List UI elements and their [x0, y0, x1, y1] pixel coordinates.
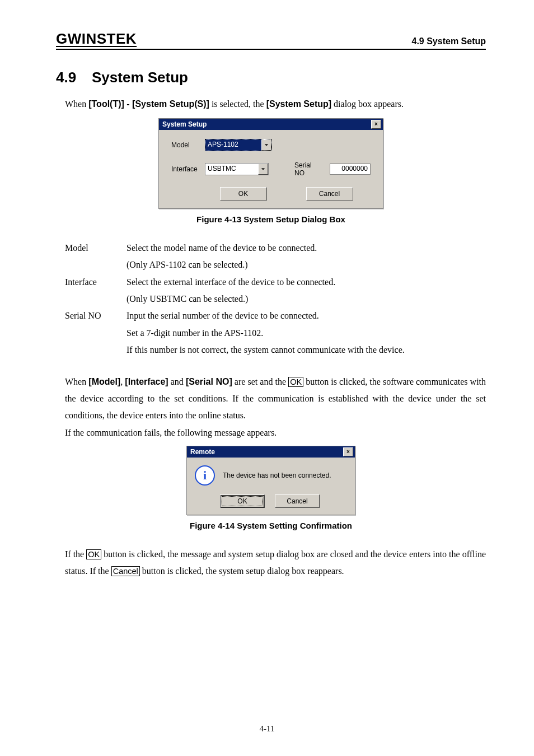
def-interface-label: Interface — [65, 274, 127, 291]
text: When — [65, 99, 88, 109]
system-setup-dialog: System Setup × Model APS-1102 Interface … — [158, 118, 383, 209]
dialog-title-text: Remote — [190, 448, 215, 456]
page-number: 4-11 — [0, 724, 534, 734]
def-serial-line1: Input the serial number of the device to… — [127, 307, 486, 324]
paragraph-result: If the OK button is clicked, the message… — [65, 546, 486, 580]
section-title: System Setup — [92, 69, 188, 86]
section-number: 4.9 — [56, 69, 92, 86]
field-ref-interface: [Interface] — [125, 377, 168, 386]
dialog-titlebar: System Setup × — [159, 119, 383, 130]
text: When — [65, 377, 88, 386]
figure-4-13-caption: Figure 4-13 System Setup Dialog Box — [56, 214, 486, 224]
intro-paragraph: When [Tool(T)] - [System Setup(S)] is se… — [65, 96, 486, 113]
info-icon: i — [195, 465, 215, 486]
text: If the — [65, 549, 86, 559]
dialog-name: [System Setup] — [266, 99, 331, 109]
text: and — [168, 377, 186, 386]
ok-button[interactable]: OK — [220, 494, 265, 508]
serial-no-input[interactable]: 0000000 — [330, 164, 371, 175]
text: dialog box appears. — [331, 99, 404, 109]
paragraph-failure: If the communication fails, the followin… — [65, 424, 486, 441]
serial-no-label: Serial NO — [294, 161, 322, 177]
cancel-button[interactable]: Cancel — [275, 494, 320, 508]
close-icon[interactable]: × — [371, 120, 381, 129]
cancel-button[interactable]: Cancel — [306, 187, 353, 200]
chevron-down-icon[interactable] — [258, 164, 268, 175]
dialog-title-text: System Setup — [162, 120, 207, 128]
close-icon[interactable]: × — [343, 447, 353, 456]
chevron-down-icon[interactable] — [261, 139, 271, 151]
dialog-titlebar: Remote × — [187, 446, 355, 458]
brand-logo: GWINSTEK — [56, 30, 137, 48]
def-interface-line1: Select the external interface of the dev… — [127, 274, 486, 291]
text: is selected, the — [209, 99, 266, 109]
figure-4-14-caption: Figure 4-14 System Setting Confirmation — [56, 521, 486, 530]
header-section-label: 4.9 System Setup — [412, 36, 486, 48]
model-select[interactable]: APS-1102 — [205, 139, 272, 151]
section-heading: 4.9System Setup — [56, 69, 486, 86]
text: are set and the — [232, 377, 288, 386]
interface-select[interactable]: USBTMC — [205, 163, 269, 175]
ok-button[interactable]: OK — [220, 187, 267, 200]
def-serial-label: Serial NO — [65, 307, 127, 324]
def-model-line1: Select the model name of the device to b… — [127, 240, 486, 256]
def-model-line2: (Only APS-1102 can be selected.) — [127, 256, 486, 273]
def-serial-line2: Set a 7-digit number in the APS-1102. — [127, 325, 486, 342]
menu-path: [Tool(T)] - [System Setup(S)] — [88, 99, 209, 109]
field-ref-serial: [Serial NO] — [186, 377, 232, 386]
interface-label: Interface — [171, 165, 205, 173]
figure-4-14: Remote × i The device has not been conne… — [56, 446, 486, 515]
paragraph-communication: When [Model], [Interface] and [Serial NO… — [65, 374, 486, 424]
interface-select-value: USBTMC — [205, 164, 258, 175]
def-serial-line3: If this number is not correct, the syste… — [127, 342, 486, 358]
figure-4-13: System Setup × Model APS-1102 Interface … — [56, 118, 486, 209]
field-ref-model: [Model] — [88, 377, 120, 386]
field-definitions: Model Select the model name of the devic… — [65, 240, 486, 359]
def-model-label: Model — [65, 240, 127, 256]
model-label: Model — [171, 141, 205, 149]
def-interface-line2: (Only USBTMC can be selected.) — [127, 291, 486, 307]
ok-keycap: OK — [288, 377, 303, 387]
remote-message-dialog: Remote × i The device has not been conne… — [186, 446, 355, 515]
model-select-value: APS-1102 — [205, 139, 261, 151]
page-header: GWINSTEK 4.9 System Setup — [56, 30, 486, 50]
message-text: The device has not been connected. — [223, 472, 331, 479]
text: button is clicked, the system setup dial… — [140, 566, 344, 576]
cancel-keycap: Cancel — [111, 566, 140, 576]
ok-keycap: OK — [86, 549, 101, 559]
